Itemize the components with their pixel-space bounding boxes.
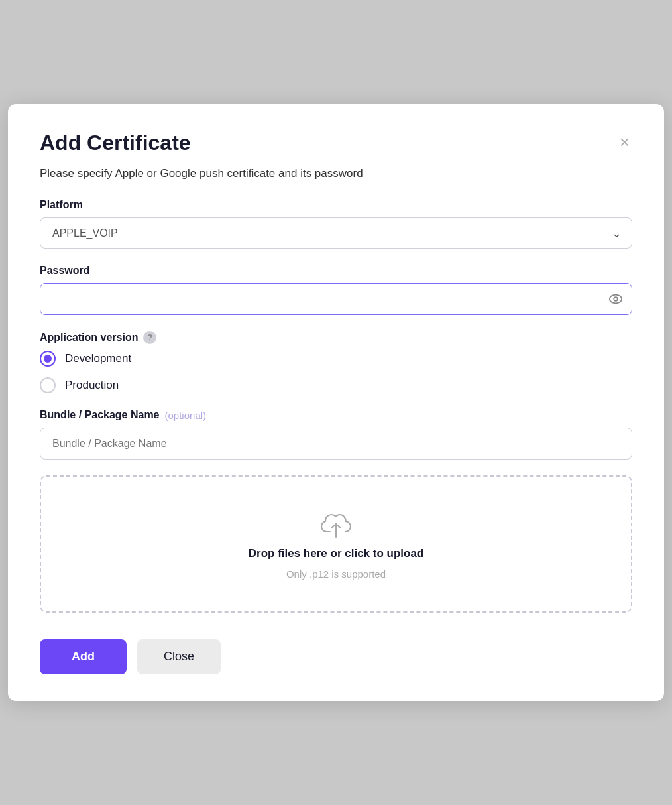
password-input[interactable]	[40, 283, 632, 315]
svg-point-1	[614, 297, 618, 301]
application-version-group: Application version ? Development Produc…	[40, 331, 632, 393]
bundle-group: Bundle / Package Name (optional)	[40, 409, 632, 460]
modal-footer: Add Close	[40, 634, 632, 674]
close-icon: ×	[620, 133, 630, 151]
add-button[interactable]: Add	[40, 639, 127, 674]
upload-area[interactable]: Drop files here or click to upload Only …	[40, 475, 632, 613]
password-label: Password	[40, 265, 632, 277]
modal-container: Add Certificate × Please specify Apple o…	[8, 104, 664, 701]
modal-subtitle: Please specify Apple or Google push cert…	[40, 167, 632, 180]
radio-group: Development Production	[40, 351, 632, 393]
close-button[interactable]: Close	[137, 639, 221, 674]
radio-development[interactable]: Development	[40, 351, 632, 367]
svg-point-0	[610, 295, 622, 304]
help-icon[interactable]: ?	[143, 331, 156, 344]
bundle-input[interactable]	[40, 428, 632, 460]
application-version-label-row: Application version ?	[40, 331, 632, 344]
application-version-label: Application version	[40, 332, 138, 343]
password-group: Password	[40, 265, 632, 315]
platform-group: Platform APPLE_VOIP APPLE GOOGLE ⌄	[40, 199, 632, 249]
radio-development-label: Development	[65, 352, 131, 365]
bundle-label: Bundle / Package Name	[40, 409, 160, 421]
platform-select-wrapper: APPLE_VOIP APPLE GOOGLE ⌄	[40, 217, 632, 249]
modal-header: Add Certificate ×	[40, 131, 632, 155]
radio-production-indicator	[40, 377, 56, 393]
radio-development-inner	[44, 355, 52, 363]
password-input-wrapper	[40, 283, 632, 315]
upload-main-text: Drop files here or click to upload	[249, 547, 424, 560]
eye-icon	[608, 292, 623, 306]
modal-title: Add Certificate	[40, 131, 191, 155]
bundle-label-row: Bundle / Package Name (optional)	[40, 409, 632, 421]
platform-label: Platform	[40, 199, 632, 211]
bundle-optional: (optional)	[165, 410, 207, 421]
close-icon-button[interactable]: ×	[617, 131, 632, 153]
toggle-password-visibility-button[interactable]	[608, 292, 623, 306]
radio-production-label: Production	[65, 379, 119, 392]
upload-cloud-icon	[319, 509, 353, 539]
radio-development-indicator	[40, 351, 56, 367]
upload-sub-text: Only .p12 is supported	[286, 568, 386, 580]
radio-production[interactable]: Production	[40, 377, 632, 393]
platform-select[interactable]: APPLE_VOIP APPLE GOOGLE	[40, 217, 632, 249]
modal-overlay: Add Certificate × Please specify Apple o…	[0, 0, 672, 805]
